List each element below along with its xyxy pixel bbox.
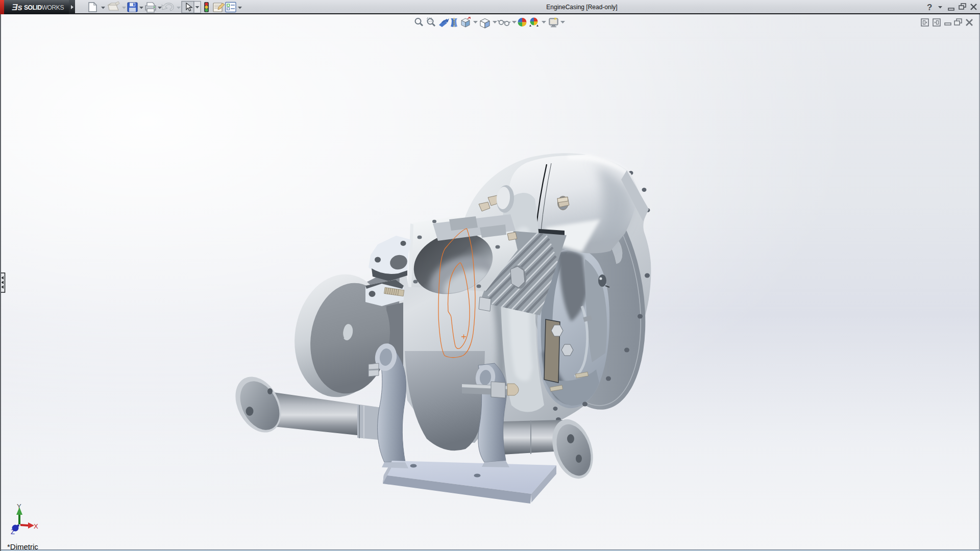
svg-text:Ǝs: Ǝs [12,3,22,12]
svg-text:*Dimetric: *Dimetric [7,542,38,551]
svg-text:X: X [34,522,38,530]
svg-text:Z: Z [11,528,15,536]
svg-text:?: ? [927,3,932,12]
